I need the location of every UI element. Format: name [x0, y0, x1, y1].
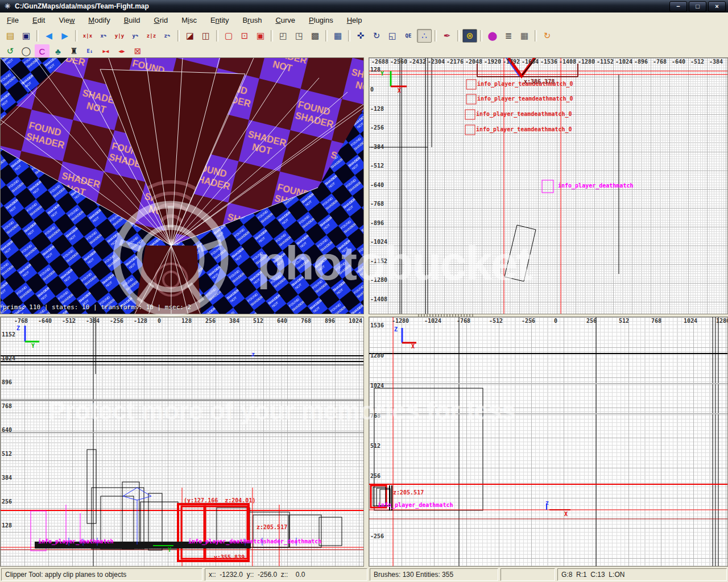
- trees-icon[interactable]: ♣: [51, 44, 65, 58]
- flip-x-icon[interactable]: x|x: [80, 29, 95, 43]
- menu-item-edit[interactable]: Edit: [26, 14, 52, 26]
- deathmatch-entity-box[interactable]: [542, 180, 553, 193]
- menu-item-view[interactable]: View: [52, 14, 81, 26]
- side-bottom-left-viewport[interactable]: -768-640-512-384-256-1280128256384512640…: [0, 317, 364, 567]
- toolbar-separator: [457, 30, 460, 41]
- menu-item-build[interactable]: Build: [117, 14, 147, 26]
- menu-item-brush[interactable]: Brush: [235, 14, 268, 26]
- cube-face-icon[interactable]: ◳: [292, 29, 307, 43]
- ruler-label: 896: [2, 379, 12, 385]
- caulk-icon[interactable]: C: [35, 44, 49, 58]
- menu-item-misc[interactable]: Misc: [175, 14, 204, 26]
- ruler-label: -512: [690, 59, 704, 65]
- show-entities-icon[interactable]: ⬤: [485, 29, 500, 43]
- open-file-icon[interactable]: ▤: [3, 29, 18, 43]
- ruler-label: -768: [14, 318, 28, 324]
- cube-textured-icon[interactable]: ▩: [308, 29, 322, 43]
- rotate-z-icon[interactable]: z↷: [160, 29, 175, 43]
- cube-wire-icon[interactable]: ◰: [276, 29, 291, 43]
- ruler-label: -1792: [503, 59, 520, 65]
- selected-brush-2[interactable]: [204, 506, 247, 559]
- xy-top-viewport[interactable]: -2688-2560-2432-2304-2176-2048-1920-1792…: [369, 57, 728, 314]
- ruler-label: -1152: [597, 59, 614, 65]
- large-brush[interactable]: [374, 388, 483, 510]
- vertical-splitter[interactable]: [364, 57, 369, 567]
- selection-circle-icon[interactable]: ◯: [19, 44, 34, 58]
- ruler-label: -384: [370, 144, 384, 150]
- ruler-label: 1024: [349, 318, 362, 324]
- ruler-label: 512: [619, 318, 629, 324]
- free-rotation-icon[interactable]: ↺: [3, 44, 18, 58]
- camera-3d-viewport[interactable]: SHADER NOT FOUND SHADER SHADER NOT FOUND…: [0, 57, 364, 314]
- render-stats: prims: 110 | states: 10 | transforms: 10…: [3, 304, 191, 311]
- menu-item-modify[interactable]: Modify: [81, 14, 117, 26]
- window-title: C:/GunZMaps/data/maps/Team-Fight.map: [15, 2, 149, 10]
- ruler-label: -1408: [559, 59, 576, 65]
- undo-icon[interactable]: ◀: [42, 29, 56, 43]
- csg-subtract-icon[interactable]: ◪: [183, 29, 197, 43]
- viewport-label: Y: [380, 70, 384, 77]
- texture-window-icon[interactable]: ▦: [517, 29, 532, 43]
- save-file-icon[interactable]: ▣: [19, 29, 34, 43]
- select-inside-icon[interactable]: ⊡: [237, 29, 252, 43]
- restore-button[interactable]: □: [689, 1, 706, 12]
- ruler-label: 640: [2, 427, 12, 433]
- brush-paint-icon[interactable]: ✒: [440, 29, 454, 43]
- region-set-icon[interactable]: ▣: [253, 29, 268, 43]
- console-icon[interactable]: ≣: [501, 29, 516, 43]
- free-translate-icon[interactable]: ✜: [353, 29, 368, 43]
- title-bar: ✳ C:/GunZMaps/data/maps/Team-Fight.map −…: [0, 0, 728, 13]
- vertex-edit-icon[interactable]: ∴: [417, 29, 432, 43]
- menu-item-entity[interactable]: Entity: [204, 14, 236, 26]
- toolbar-separator: [271, 30, 273, 41]
- menu-item-grid[interactable]: Grid: [147, 14, 175, 26]
- front-bottom-right-viewport[interactable]: -1280-1024-768-512-256025651276810241280…: [369, 317, 728, 567]
- menu-item-curve[interactable]: Curve: [268, 14, 302, 26]
- scale-icon[interactable]: ◱: [385, 29, 400, 43]
- viewport-label: X: [564, 511, 568, 517]
- ruler-label: 256: [370, 473, 380, 479]
- flip-z-icon[interactable]: z|z: [144, 29, 159, 43]
- ruler-label: -384: [86, 318, 100, 324]
- viewport-label: info_player_deathmatch: [188, 538, 263, 544]
- status-spare: [500, 568, 555, 581]
- rotate-x-icon[interactable]: x↷: [96, 29, 111, 43]
- qe-drag-icon[interactable]: QE: [401, 29, 416, 43]
- disable-clip-icon[interactable]: ⊠: [130, 44, 145, 58]
- texture-view-icon[interactable]: ▦: [330, 29, 345, 43]
- menu-item-file[interactable]: File: [0, 14, 26, 26]
- merge-brushes-icon[interactable]: ▶◀: [98, 44, 113, 58]
- close-button[interactable]: ×: [708, 1, 726, 12]
- ruler-label: -640: [38, 318, 52, 324]
- entity-boxes[interactable]: [465, 80, 476, 135]
- ruler-label: 1024: [684, 318, 697, 324]
- ruler-label: -896: [370, 220, 384, 226]
- ruler-label: 0: [554, 318, 557, 324]
- make-hollow-icon[interactable]: ◫: [198, 29, 213, 43]
- entity-drop-icon[interactable]: E↓: [82, 44, 97, 58]
- viewport-label: (y:127.166 z:204.01): [184, 497, 255, 504]
- ruler-label: -768: [457, 318, 470, 324]
- ruler-label: 512: [253, 318, 263, 324]
- ruler-label: -128: [134, 318, 147, 324]
- menu-item-plugins[interactable]: Plugins: [302, 14, 340, 26]
- flip-y-icon[interactable]: y|y: [112, 29, 127, 43]
- texture-lock-icon[interactable]: ⊛: [462, 29, 477, 43]
- split-brushes-icon[interactable]: ◀▶: [114, 44, 129, 58]
- rotate-y-icon[interactable]: y↷: [128, 29, 143, 43]
- ruler-label: -1664: [522, 59, 539, 65]
- rotated-brush[interactable]: [504, 225, 536, 281]
- refresh-models-icon[interactable]: ↻: [540, 29, 555, 43]
- menu-item-help[interactable]: Help: [340, 14, 369, 26]
- redo-icon[interactable]: ▶: [57, 29, 72, 43]
- ruler-label: 768: [301, 318, 311, 324]
- selected-brush-group[interactable]: [178, 504, 249, 561]
- free-rotate-icon[interactable]: ↻: [369, 29, 384, 43]
- train-icon[interactable]: ♜: [67, 44, 81, 58]
- minimize-button[interactable]: −: [669, 1, 687, 12]
- viewport-label: Y: [168, 547, 171, 553]
- select-touching-icon[interactable]: ▢: [221, 29, 236, 43]
- ruler-label: 384: [229, 318, 239, 324]
- toolbar-separator: [325, 30, 328, 41]
- selected-brush-1[interactable]: [181, 506, 205, 559]
